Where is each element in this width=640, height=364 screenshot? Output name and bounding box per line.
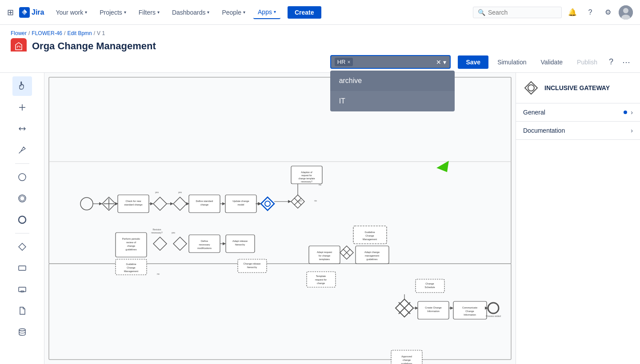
circle-event-tool[interactable]	[12, 167, 32, 187]
svg-marker-22	[153, 197, 167, 210]
breadcrumb-flower[interactable]: Flower	[11, 30, 27, 36]
nav-apps[interactable]: Apps ▾	[253, 6, 280, 19]
grid-icon[interactable]: ⊞	[7, 8, 14, 17]
svg-text:change: change	[200, 203, 208, 206]
end-event-tool[interactable]	[12, 210, 32, 229]
jira-logo-icon	[19, 7, 30, 18]
search-box[interactable]: 🔍	[473, 7, 562, 18]
svg-text:Change: Change	[425, 282, 434, 285]
svg-text:yes: yes	[298, 199, 302, 202]
right-panel-header: INCLUSIVE GATEWAY	[516, 73, 640, 103]
svg-text:Guideline: Guideline	[126, 263, 136, 265]
space-tool[interactable]	[12, 119, 32, 138]
dropdown-item-it[interactable]: IT	[330, 91, 455, 111]
svg-text:Perform periodic: Perform periodic	[122, 237, 140, 240]
svg-text:Process ended: Process ended	[486, 315, 501, 317]
nav-dashboards[interactable]: Dashboards ▾	[168, 6, 214, 19]
top-navigation: ⊞ Jira Your work ▾ Projects ▾ Filters ▾ …	[0, 0, 640, 25]
publish-button[interactable]: Publish	[572, 55, 603, 69]
svg-text:Adapt change: Adapt change	[364, 251, 380, 253]
logo-text: Jira	[32, 8, 44, 16]
svg-text:yes: yes	[172, 231, 175, 234]
search-input[interactable]	[488, 9, 557, 16]
tag-input-actions: ✕ ▾	[436, 59, 446, 66]
documentation-section-header[interactable]: Documentation ›	[516, 122, 640, 139]
svg-text:change: change	[317, 282, 325, 285]
svg-text:Define standard: Define standard	[196, 200, 213, 202]
svg-text:necessary?: necessary?	[151, 231, 163, 234]
tag-input-field[interactable]	[356, 59, 433, 66]
more-options-button[interactable]: ⋯	[620, 55, 633, 70]
nav-your-work[interactable]: Your work ▾	[51, 6, 92, 19]
breadcrumb-area: Flower / FLOWER-46 / Edit Bpmn / V 1 Org…	[0, 25, 640, 51]
help-icon-button[interactable]: ?	[606, 55, 616, 69]
svg-text:Revision: Revision	[152, 228, 161, 231]
save-button[interactable]: Save	[458, 55, 488, 69]
svg-point-142	[528, 85, 534, 91]
tool-divider-1	[15, 163, 29, 164]
right-panel-section-documentation: Documentation ›	[516, 122, 640, 140]
svg-text:Change release: Change release	[244, 262, 261, 265]
svg-text:change template: change template	[299, 177, 315, 180]
tag-dropdown-button[interactable]: ▾	[443, 59, 446, 66]
breadcrumb-flower46[interactable]: FLOWER-46	[32, 30, 62, 36]
create-button[interactable]: Create	[288, 6, 321, 19]
svg-text:request for: request for	[301, 174, 312, 177]
svg-text:guidelines: guidelines	[401, 362, 412, 364]
svg-text:Change: Change	[127, 266, 135, 269]
svg-text:request for: request for	[315, 278, 327, 281]
svg-text:Information: Information	[464, 313, 476, 316]
svg-point-13	[80, 198, 93, 210]
svg-text:hierarchy: hierarchy	[235, 243, 245, 246]
general-section-header[interactable]: General ›	[516, 103, 640, 121]
chevron-down-icon: ▾	[274, 9, 276, 14]
subprocess-tool[interactable]	[12, 280, 32, 299]
tool-divider-2	[15, 233, 29, 233]
right-panel-title: INCLUSIVE GATEWAY	[544, 84, 610, 91]
jira-logo[interactable]: Jira	[19, 7, 44, 18]
breadcrumb-version: V 1	[97, 30, 105, 36]
svg-text:Update change: Update change	[232, 200, 249, 202]
svg-text:Communicate: Communicate	[462, 306, 477, 309]
hand-tool[interactable]	[12, 76, 32, 96]
validate-button[interactable]: Validate	[536, 55, 568, 69]
pen-tool[interactable]	[12, 140, 32, 160]
gateway-tool[interactable]	[12, 237, 32, 257]
svg-text:no: no	[157, 273, 160, 275]
remove-hr-tag[interactable]: ×	[347, 59, 350, 65]
nav-projects[interactable]: Projects ▾	[95, 6, 131, 19]
task-tool[interactable]	[12, 258, 32, 278]
breadcrumb-edit-bpmn[interactable]: Edit Bpmn	[67, 30, 92, 36]
tag-input-wrapper[interactable]: HR × ✕ ▾	[330, 55, 451, 69]
hr-tag-chip: HR ×	[335, 58, 353, 66]
svg-text:guidelines: guidelines	[126, 248, 137, 251]
tag-clear-button[interactable]: ✕	[436, 59, 441, 66]
nav-people[interactable]: People ▾	[217, 6, 250, 19]
svg-point-4	[20, 196, 24, 201]
nav-filters[interactable]: Filters ▾	[134, 6, 164, 19]
help-button[interactable]: ?	[583, 5, 597, 20]
chevron-down-icon: ▾	[157, 10, 160, 15]
right-panel-section-general: General ›	[516, 103, 640, 122]
data-store-tool[interactable]	[12, 322, 32, 342]
left-tools-panel	[0, 73, 44, 364]
main-layout: Check for new standard change yes yes De…	[0, 73, 640, 364]
general-chevron-icon: ›	[631, 109, 633, 116]
tag-dropdown-panel: archive IT	[330, 71, 455, 111]
simulation-button[interactable]: Simulation	[492, 55, 532, 69]
user-avatar[interactable]	[619, 5, 633, 20]
select-tool[interactable]	[12, 98, 32, 117]
dropdown-item-archive[interactable]: archive	[330, 71, 455, 91]
documentation-chevron-icon: ›	[631, 127, 633, 134]
svg-text:Information: Information	[427, 310, 440, 313]
data-object-tool[interactable]	[12, 301, 32, 320]
intermediate-event-tool[interactable]	[12, 189, 32, 208]
svg-marker-118	[153, 237, 167, 250]
settings-button[interactable]: ⚙	[601, 5, 615, 20]
svg-text:Check for new: Check for new	[125, 200, 141, 202]
svg-point-80	[488, 303, 499, 313]
bpmn-canvas[interactable]: Check for new standard change yes yes De…	[44, 73, 516, 364]
svg-point-9	[19, 329, 25, 331]
svg-point-5	[19, 216, 26, 223]
notifications-button[interactable]: 🔔	[565, 5, 580, 20]
